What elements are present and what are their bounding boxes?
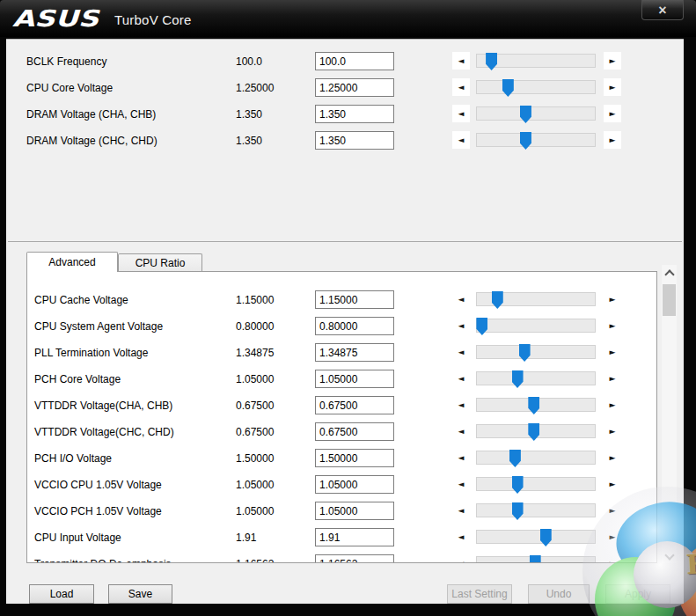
slider-thumb[interactable] — [519, 344, 531, 362]
slider-increase-button[interactable]: ► — [604, 290, 621, 308]
slider-increase-button[interactable]: ► — [604, 131, 621, 149]
slider-track[interactable] — [476, 451, 596, 465]
tab-cpu-ratio[interactable]: CPU Ratio — [118, 253, 202, 272]
slider-thumb[interactable] — [540, 529, 552, 546]
slider-track[interactable] — [476, 54, 596, 68]
slider-thumb[interactable] — [512, 502, 524, 520]
setting-row: VTTDDR Voltage(CHC, CHD) 0.67500 ◄ ► — [27, 422, 656, 449]
slider-track[interactable] — [476, 345, 596, 359]
setting-value-input[interactable] — [315, 528, 394, 546]
setting-value-input[interactable] — [315, 343, 394, 362]
slider-increase-button[interactable]: ► — [604, 554, 621, 563]
slider-thumb[interactable] — [502, 79, 514, 97]
slider-decrease-button[interactable]: ◄ — [452, 502, 470, 519]
slider-decrease-button[interactable]: ◄ — [452, 290, 470, 308]
setting-label: CPU Cache Voltage — [34, 294, 128, 306]
setting-label: PCH Core Voltage — [34, 373, 121, 385]
left-arrow-icon: ◄ — [458, 375, 465, 383]
right-arrow-icon: ► — [610, 428, 616, 436]
left-arrow-icon: ◄ — [458, 401, 465, 409]
slider-decrease-button[interactable]: ◄ — [452, 396, 470, 414]
setting-value-input[interactable] — [315, 52, 394, 70]
vertical-scrollbar[interactable] — [662, 265, 677, 563]
scrollbar-up-button[interactable] — [662, 265, 677, 279]
slider-thumb[interactable] — [528, 423, 539, 441]
scrollbar-down-button[interactable] — [662, 549, 677, 563]
slider-decrease-button[interactable]: ◄ — [452, 343, 470, 361]
slider-thumb[interactable] — [492, 291, 503, 309]
setting-value: 0.67500 — [236, 426, 274, 438]
setting-value-input[interactable] — [315, 105, 394, 123]
slider-increase-button[interactable]: ► — [604, 449, 621, 466]
setting-label: DRAM Voltage (CHC, CHD) — [26, 135, 158, 147]
slider-track[interactable] — [476, 530, 596, 544]
slider-decrease-button[interactable]: ◄ — [452, 370, 470, 387]
slider-increase-button[interactable]: ► — [604, 105, 621, 122]
setting-value: 1.350 — [236, 108, 262, 121]
slider-decrease-button[interactable]: ◄ — [452, 422, 470, 440]
slider-thumb[interactable] — [528, 397, 539, 414]
slider-thumb[interactable] — [512, 476, 524, 494]
slider-track[interactable] — [476, 477, 596, 491]
slider-decrease-button[interactable]: ◄ — [452, 52, 470, 70]
slider-thumb[interactable] — [520, 106, 531, 123]
setting-value: 1.16562 — [236, 558, 274, 563]
right-arrow-icon: ► — [610, 84, 616, 92]
setting-value-input[interactable] — [315, 370, 394, 388]
setting-value: 1.05000 — [236, 373, 274, 385]
slider-track[interactable] — [476, 319, 596, 333]
tab-advanced[interactable]: Advanced — [26, 252, 118, 272]
apply-button: Apply — [605, 584, 670, 604]
slider-decrease-button[interactable]: ◄ — [452, 475, 470, 493]
scrollbar-thumb[interactable] — [663, 284, 676, 316]
slider-thumb[interactable] — [476, 318, 487, 335]
slider-decrease-button[interactable]: ◄ — [452, 554, 470, 563]
slider-track[interactable] — [476, 133, 596, 147]
slider-track[interactable] — [476, 80, 596, 94]
load-button[interactable]: Load — [29, 584, 94, 604]
setting-value-input[interactable] — [315, 78, 394, 97]
slider-increase-button[interactable]: ► — [604, 502, 621, 519]
setting-value-input[interactable] — [315, 396, 394, 414]
slider-track[interactable] — [476, 371, 596, 385]
slider-track[interactable] — [476, 556, 596, 563]
slider-track[interactable] — [476, 398, 596, 412]
slider-thumb[interactable] — [486, 53, 497, 70]
setting-value-input[interactable] — [315, 317, 394, 335]
slider-thumb[interactable] — [512, 370, 524, 388]
slider-track[interactable] — [476, 424, 596, 438]
setting-value-input[interactable] — [315, 502, 394, 520]
slider-increase-button[interactable]: ► — [604, 422, 621, 440]
setting-value-input[interactable] — [315, 475, 394, 494]
slider-increase-button[interactable]: ► — [604, 370, 621, 387]
setting-value: 1.05000 — [236, 479, 274, 491]
save-button[interactable]: Save — [108, 584, 172, 604]
slider-decrease-button[interactable]: ◄ — [452, 449, 470, 466]
setting-value-input[interactable] — [315, 449, 394, 467]
slider-increase-button[interactable]: ► — [604, 528, 621, 546]
slider-increase-button[interactable]: ► — [604, 475, 621, 493]
slider-thumb[interactable] — [520, 132, 531, 150]
setting-value-input[interactable] — [315, 290, 394, 309]
slider-track[interactable] — [476, 292, 596, 306]
slider-thumb[interactable] — [530, 555, 541, 563]
slider-increase-button[interactable]: ► — [604, 52, 621, 70]
slider-thumb[interactable] — [509, 450, 521, 467]
slider-increase-button[interactable]: ► — [604, 78, 621, 96]
slider-increase-button[interactable]: ► — [604, 317, 621, 334]
slider-decrease-button[interactable]: ◄ — [452, 78, 470, 96]
slider-increase-button[interactable]: ► — [604, 343, 621, 361]
close-button[interactable]: × — [641, 0, 684, 20]
setting-value-input[interactable] — [315, 554, 394, 563]
setting-value-input[interactable] — [315, 131, 394, 150]
slider-decrease-button[interactable]: ◄ — [452, 131, 470, 149]
slider-decrease-button[interactable]: ◄ — [452, 528, 470, 546]
right-arrow-icon: ► — [610, 375, 616, 383]
slider-decrease-button[interactable]: ◄ — [452, 105, 470, 122]
slider-increase-button[interactable]: ► — [604, 396, 621, 414]
setting-value-input[interactable] — [315, 422, 394, 441]
slider-track[interactable] — [476, 503, 596, 517]
slider-track[interactable] — [476, 106, 596, 121]
left-arrow-icon: ◄ — [458, 136, 465, 144]
slider-decrease-button[interactable]: ◄ — [452, 317, 470, 334]
